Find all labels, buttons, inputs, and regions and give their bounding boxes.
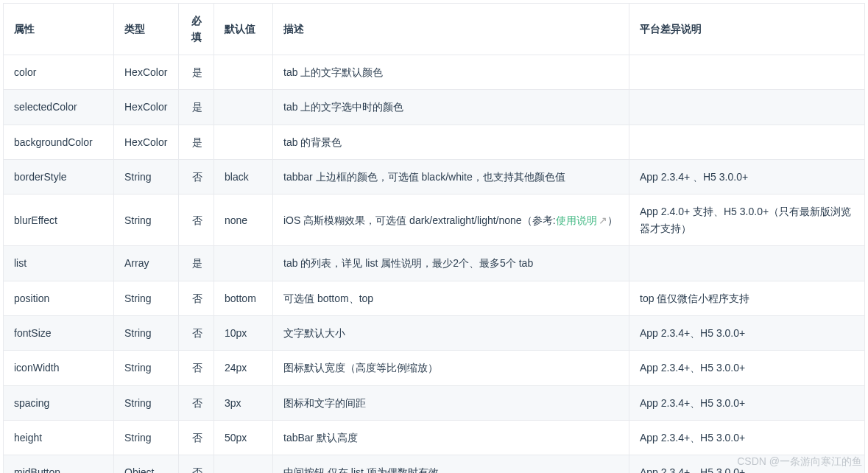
cell-platform: App 2.3.4+、H5 3.0.0+ [629, 455, 865, 473]
table-row: blurEffectString否noneiOS 高斯模糊效果，可选值 dark… [4, 195, 865, 246]
table-row: fontSizeString否10px文字默认大小App 2.3.4+、H5 3… [4, 315, 865, 350]
cell-type: Array [114, 246, 179, 281]
header-type: 类型 [114, 4, 179, 55]
cell-platform: App 2.3.4+ 、H5 3.0.0+ [629, 159, 865, 194]
cell-attr: position [4, 281, 114, 315]
cell-default: 50px [214, 421, 273, 455]
cell-attr: height [4, 421, 114, 455]
cell-attr: iconWidth [4, 351, 114, 385]
cell-type: HexColor [114, 125, 179, 159]
cell-type: Object [114, 455, 179, 473]
table-row: backgroundColorHexColor是tab 的背景色 [4, 125, 865, 159]
table-row: heightString否50pxtabBar 默认高度App 2.3.4+、H… [4, 421, 865, 455]
cell-default: 3px [214, 385, 273, 420]
cell-required: 否 [179, 159, 214, 194]
cell-platform: App 2.3.4+、H5 3.0.0+ [629, 385, 865, 420]
table-row: positionString否bottom可选值 bottom、toptop 值… [4, 281, 865, 315]
table-header-row: 属性 类型 必填 默认值 描述 平台差异说明 [4, 4, 865, 55]
cell-platform: App 2.3.4+、H5 3.0.0+ [629, 421, 865, 455]
cell-default [214, 90, 273, 125]
table-row: borderStyleString否blacktabbar 上边框的颜色，可选值… [4, 159, 865, 194]
cell-desc: tab 的背景色 [273, 125, 629, 159]
cell-default [214, 55, 273, 89]
external-link-icon: ↗ [599, 212, 607, 228]
desc-text-post: ） [607, 214, 618, 226]
cell-desc: 可选值 bottom、top [273, 281, 629, 315]
cell-attr: borderStyle [4, 159, 114, 194]
cell-required: 是 [179, 55, 214, 89]
cell-required: 否 [179, 421, 214, 455]
table-row: iconWidthString否24px图标默认宽度（高度等比例缩放）App 2… [4, 351, 865, 385]
cell-desc: tab 上的文字默认颜色 [273, 55, 629, 89]
cell-default [214, 246, 273, 281]
cell-platform: App 2.3.4+、H5 3.0.0+ [629, 315, 865, 350]
cell-type: String [114, 421, 179, 455]
cell-attr: selectedColor [4, 90, 114, 125]
cell-desc: tabBar 默认高度 [273, 421, 629, 455]
cell-desc: 图标和文字的间距 [273, 385, 629, 420]
table-row: spacingString否3px图标和文字的间距App 2.3.4+、H5 3… [4, 385, 865, 420]
table-row: listArray是tab 的列表，详见 list 属性说明，最少2个、最多5个… [4, 246, 865, 281]
cell-attr: midButton [4, 455, 114, 473]
header-platform: 平台差异说明 [629, 4, 865, 55]
cell-desc: tab 上的文字选中时的颜色 [273, 90, 629, 125]
cell-platform [629, 55, 865, 89]
cell-type: String [114, 281, 179, 315]
cell-type: String [114, 159, 179, 194]
cell-platform: App 2.3.4+、H5 3.0.0+ [629, 351, 865, 385]
table-row: selectedColorHexColor是tab 上的文字选中时的颜色 [4, 90, 865, 125]
cell-required: 否 [179, 281, 214, 315]
cell-required: 否 [179, 195, 214, 246]
cell-required: 否 [179, 455, 214, 473]
cell-attr: spacing [4, 385, 114, 420]
cell-desc: tabbar 上边框的颜色，可选值 black/white，也支持其他颜色值 [273, 159, 629, 194]
cell-desc: 中间按钮 仅在 list 项为偶数时有效 [273, 455, 629, 473]
cell-required: 否 [179, 385, 214, 420]
cell-default: black [214, 159, 273, 194]
cell-attr: list [4, 246, 114, 281]
cell-default [214, 125, 273, 159]
desc-text-pre: iOS 高斯模糊效果，可选值 dark/extralight/light/non… [283, 214, 556, 226]
cell-default: 10px [214, 315, 273, 350]
cell-type: String [114, 195, 179, 246]
properties-table: 属性 类型 必填 默认值 描述 平台差异说明 colorHexColor是tab… [3, 3, 865, 473]
cell-attr: backgroundColor [4, 125, 114, 159]
cell-type: String [114, 385, 179, 420]
cell-desc: 图标默认宽度（高度等比例缩放） [273, 351, 629, 385]
cell-default [214, 455, 273, 473]
cell-type: HexColor [114, 55, 179, 89]
cell-attr: blurEffect [4, 195, 114, 246]
cell-type: HexColor [114, 90, 179, 125]
cell-platform [629, 90, 865, 125]
cell-required: 否 [179, 315, 214, 350]
cell-desc: tab 的列表，详见 list 属性说明，最少2个、最多5个 tab [273, 246, 629, 281]
cell-platform [629, 246, 865, 281]
header-desc: 描述 [273, 4, 629, 55]
cell-platform: App 2.4.0+ 支持、H5 3.0.0+（只有最新版浏览器才支持） [629, 195, 865, 246]
header-default: 默认值 [214, 4, 273, 55]
cell-required: 否 [179, 351, 214, 385]
cell-desc: iOS 高斯模糊效果，可选值 dark/extralight/light/non… [273, 195, 629, 246]
header-required: 必填 [179, 4, 214, 55]
cell-type: String [114, 351, 179, 385]
cell-default: bottom [214, 281, 273, 315]
cell-default: none [214, 195, 273, 246]
cell-desc: 文字默认大小 [273, 315, 629, 350]
cell-type: String [114, 315, 179, 350]
cell-default: 24px [214, 351, 273, 385]
cell-required: 是 [179, 246, 214, 281]
cell-attr: fontSize [4, 315, 114, 350]
cell-required: 是 [179, 125, 214, 159]
table-row: midButtonObject否中间按钮 仅在 list 项为偶数时有效App … [4, 455, 865, 473]
table-row: colorHexColor是tab 上的文字默认颜色 [4, 55, 865, 89]
cell-platform [629, 125, 865, 159]
desc-link[interactable]: 使用说明 [556, 214, 597, 226]
cell-platform: top 值仅微信小程序支持 [629, 281, 865, 315]
cell-required: 是 [179, 90, 214, 125]
header-attr: 属性 [4, 4, 114, 55]
cell-attr: color [4, 55, 114, 89]
